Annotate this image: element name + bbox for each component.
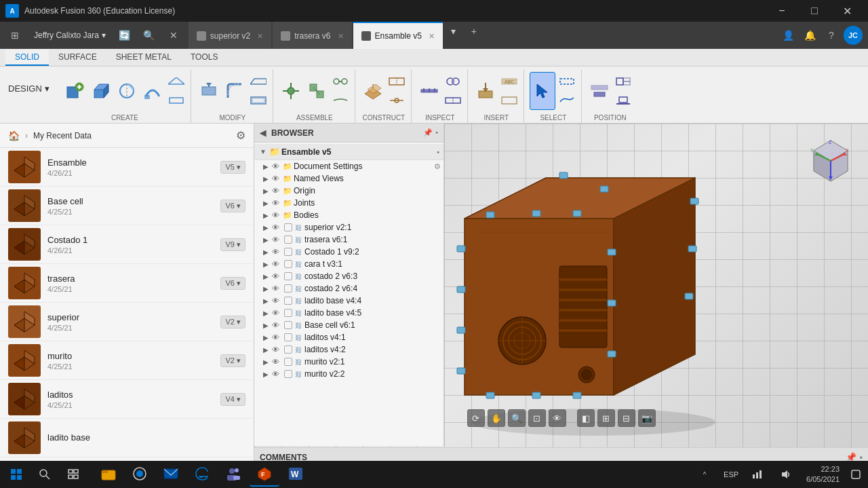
item-version-2[interactable]: V9 ▾ [220, 238, 245, 251]
eye-icon-trasera-v61[interactable]: 👁 [272, 236, 281, 244]
tab-sheet-metal[interactable]: SHEET METAL [106, 50, 181, 66]
eye-icon-murito-v21[interactable]: 👁 [272, 358, 281, 366]
browser-item-joints[interactable]: ▶ 👁 📁 Joints [254, 197, 443, 209]
check-box-costado1-v92[interactable] [284, 248, 292, 256]
item-version-6[interactable]: V4 ▾ [220, 393, 245, 406]
account-icon[interactable]: 👤 [778, 26, 797, 45]
as-built-joint-button[interactable] [304, 72, 329, 110]
taskbar-word-button[interactable]: W [281, 462, 311, 487]
browser-item-origin[interactable]: ▶ 👁 📁 Origin [254, 185, 443, 197]
browser-item-named-views[interactable]: ▶ 👁 📁 Named Views [254, 172, 443, 185]
eye-icon-costado2-v64[interactable]: 👁 [272, 284, 281, 293]
taskbar-search-button[interactable] [31, 462, 58, 487]
eye-icon-ladito-base-v44[interactable]: 👁 [272, 297, 281, 305]
recent-item-7[interactable]: ladito base [0, 419, 254, 457]
look-at-button[interactable]: 👁 [549, 409, 566, 427]
fit-tool-button[interactable]: ⊡ [528, 409, 546, 427]
check-box-costado2-v63[interactable] [284, 272, 292, 280]
expand-doc-settings[interactable]: ▶ [261, 163, 271, 170]
keyboard-language[interactable]: ESP [719, 470, 743, 478]
check-box-murito-v21[interactable] [284, 358, 292, 366]
tab-ensamble-v5[interactable]: Ensamble v5 ✕ [353, 22, 443, 49]
eye-icon-costado2-v63[interactable]: 👁 [272, 272, 281, 280]
expand-trasera-v61[interactable]: ▶ [261, 236, 271, 244]
close-button[interactable]: ✕ [831, 0, 863, 22]
item-version-5[interactable]: V2 ▾ [220, 354, 245, 367]
midplane-button[interactable] [387, 73, 407, 90]
sweep-button[interactable] [140, 72, 165, 110]
tab-close-superior[interactable]: ✕ [257, 32, 263, 41]
browser-pin-icon[interactable]: 📌 [423, 128, 433, 137]
check-box-laditos-v41[interactable] [284, 333, 292, 341]
browser-item-trasera-v61[interactable]: ▶ 👁 ⛓ trasera v6:1 [254, 233, 443, 246]
system-clock[interactable]: 22:23 6/05/2021 [801, 464, 845, 485]
chamfer-button[interactable] [248, 73, 269, 90]
expand-origin[interactable]: ▶ [261, 187, 271, 195]
canvas-button[interactable] [499, 92, 519, 109]
press-pull-button[interactable] [197, 72, 221, 110]
browser-root[interactable]: ▼ 📁 Ensamble v5 • [254, 144, 443, 160]
expand-laditos-v42[interactable]: ▶ [261, 346, 271, 354]
notification-icon[interactable]: 🔔 [800, 26, 819, 45]
network-icon[interactable] [744, 462, 771, 487]
zoom-tool-button[interactable]: 🔍 [508, 409, 526, 427]
eye-icon-origin[interactable]: 👁 [272, 187, 281, 195]
task-view-button[interactable] [60, 462, 87, 487]
grid-settings-button[interactable]: ⊞ [597, 409, 615, 427]
recent-item-3[interactable]: trasera 4/25/21 V6 ▾ [0, 264, 254, 303]
orbit-tool-button[interactable]: ⟳ [467, 409, 485, 427]
eye-icon-murito-v22[interactable]: 👁 [272, 370, 281, 378]
close-search-icon[interactable]: ✕ [164, 26, 183, 45]
browser-item-costado1-v92[interactable]: ▶ 👁 ⛓ Costado 1 v9:2 [254, 246, 443, 258]
expand-cara-t-v31[interactable]: ▶ [261, 261, 271, 268]
cube-nav-widget[interactable]: X Y Z [807, 137, 854, 185]
browser-item-costado2-v64[interactable]: ▶ 👁 ⛓ costado 2 v6:4 [254, 282, 443, 295]
sync-icon[interactable]: 🔄 [115, 26, 134, 45]
tab-trasera-v6[interactable]: trasera v6 ✕ [273, 22, 351, 49]
maximize-button[interactable]: □ [799, 0, 830, 22]
browser-item-costado2-v63[interactable]: ▶ 👁 ⛓ costado 2 v6:3 [254, 270, 443, 282]
check-box-superior-v21[interactable] [284, 223, 292, 231]
item-version-1[interactable]: V6 ▾ [220, 200, 245, 212]
recent-item-4[interactable]: superior 4/25/21 V2 ▾ [0, 303, 254, 341]
check-box-trasera-v61[interactable] [284, 236, 292, 244]
taskbar-cortana-button[interactable] [125, 462, 155, 487]
section-button[interactable]: ⊟ [618, 409, 635, 427]
panel-settings-button[interactable]: ⚙ [236, 129, 245, 142]
expand-murito-v21[interactable]: ▶ [261, 358, 271, 366]
recent-item-5[interactable]: murito 4/25/21 V2 ▾ [0, 341, 254, 380]
recent-item-2[interactable]: Costado 1 4/26/21 V9 ▾ [0, 225, 254, 264]
expand-murito-v22[interactable]: ▶ [261, 371, 271, 378]
section-analysis-button[interactable] [443, 92, 463, 109]
recent-item-6[interactable]: laditos 4/25/21 V4 ▾ [0, 380, 254, 419]
new-tab-icon[interactable]: + [465, 22, 484, 41]
item-version-0[interactable]: V5 ▾ [220, 161, 245, 174]
tab-dropdown-icon[interactable]: ▾ [444, 22, 463, 41]
expand-costado1-v92[interactable]: ▶ [261, 248, 271, 256]
check-box-cara-t-v31[interactable] [284, 260, 292, 268]
expand-costado2-v64[interactable]: ▶ [261, 285, 271, 293]
root-settings-icon[interactable]: • [437, 148, 439, 156]
motion-link-button[interactable] [330, 92, 351, 109]
user-menu-button[interactable]: Jeffry Calixto Jara ▾ [30, 28, 110, 43]
eye-icon-superior-v21[interactable]: 👁 [272, 223, 281, 231]
user-avatar[interactable]: JC [844, 26, 863, 45]
browser-item-murito-v22[interactable]: ▶ 👁 ⛓ murito v2:2 [254, 368, 443, 380]
extrude-button[interactable] [89, 72, 113, 110]
window-select-button[interactable] [557, 73, 577, 90]
home-icon[interactable]: 🏠 [8, 130, 20, 141]
volume-icon[interactable] [772, 462, 800, 487]
recent-item-1[interactable]: Base cell 4/25/21 V6 ▾ [0, 187, 254, 225]
help-icon[interactable]: ? [822, 26, 841, 45]
browser-item-ladito-base-v44[interactable]: ▶ 👁 ⛓ ladito base v4:4 [254, 295, 443, 307]
expand-ladito-base-v45[interactable]: ▶ [261, 309, 271, 317]
check-box-ladito-base-v45[interactable] [284, 309, 292, 317]
capture-position-button[interactable] [613, 73, 633, 90]
browser-collapse-btn[interactable]: ◀ [260, 128, 266, 138]
system-tray-chevron[interactable]: ^ [691, 462, 718, 487]
insert-button[interactable] [473, 72, 498, 110]
recent-item-0[interactable]: Ensamble 4/26/21 V5 ▾ [0, 148, 254, 187]
item-version-4[interactable]: V2 ▾ [220, 316, 245, 329]
pan-tool-button[interactable]: ✋ [488, 409, 505, 427]
check-box-costado2-v64[interactable] [284, 284, 292, 293]
